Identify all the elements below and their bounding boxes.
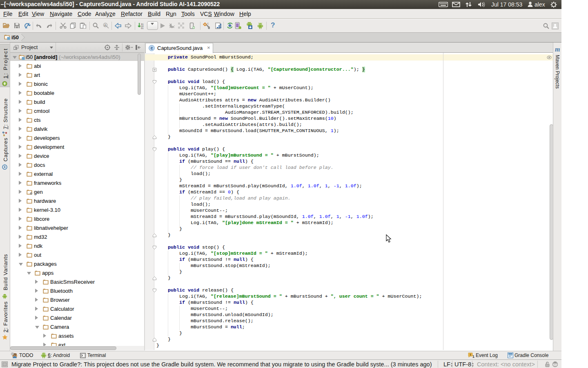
svg-text:01: 01 (141, 27, 144, 29)
svg-text:A: A (104, 23, 107, 27)
svg-text:1: 1 (472, 355, 474, 358)
